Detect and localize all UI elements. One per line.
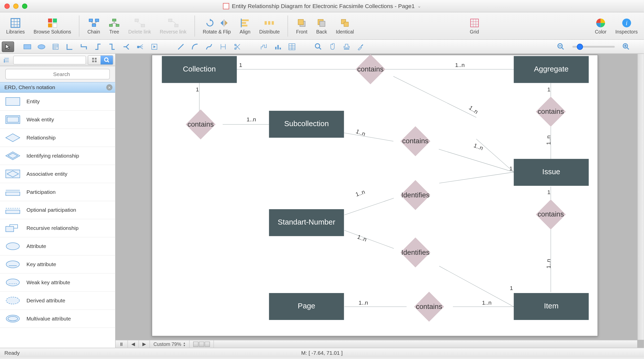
timeline-tool[interactable] [258,41,270,52]
connector-step-tool[interactable] [78,41,90,52]
spline-tool[interactable] [203,41,215,52]
libraries-button[interactable]: Libraries [4,17,27,35]
list-item[interactable]: Identifying relationship [0,147,115,165]
entity-box[interactable]: Item [514,293,589,320]
status-mouse-position: M: [ -7.64, 71.01 ] [301,350,343,356]
relationship-diamond[interactable]: contains [186,110,216,139]
layer-buttons[interactable] [190,340,214,348]
relationship-diamond[interactable]: contains [536,199,566,229]
back-button[interactable]: Back [313,17,330,35]
browse-solutions-button[interactable]: Browse Solutions [31,17,74,35]
svg-line-130 [476,139,514,172]
rectangle-tool[interactable] [21,41,33,52]
entity-box[interactable]: Subcollection [269,111,344,138]
diagram-page[interactable]: Collection Aggregate Subcollection Issue… [152,55,598,336]
color-button[interactable]: Color [592,17,609,35]
list-item[interactable]: Weak entity [0,111,115,129]
search-view-button[interactable] [101,55,113,64]
pointer-tool[interactable] [2,41,14,52]
inspectors-icon: i [621,17,632,28]
pause-button[interactable]: ⏸ [115,340,128,348]
zoom-in-button[interactable] [620,41,632,52]
multivalue-attribute-icon [5,313,21,325]
chart-tool[interactable] [272,41,284,52]
next-page-button[interactable]: ▶ [139,340,150,348]
tree-view-icon[interactable] [2,54,12,65]
maximize-button[interactable] [22,3,27,9]
list-item[interactable]: Relationship [0,129,115,147]
relationship-diamond[interactable]: Identifies [400,237,430,267]
grid-view-button[interactable] [88,55,101,64]
weak-entity-icon [5,114,21,125]
zoom-slider-thumb[interactable] [577,44,583,50]
relationship-diamond[interactable]: contains [414,292,444,322]
relationship-diamond[interactable]: Identifies [400,180,430,210]
tree-button[interactable]: Tree [106,17,122,35]
inspectors-label: Inspectors [615,29,638,34]
identical-button[interactable]: Identical [333,17,356,35]
connector-many-tool[interactable] [134,41,146,52]
weak-key-attribute-icon [5,277,21,288]
align-button[interactable]: Align [237,17,253,35]
chain-button[interactable]: Chain [85,17,103,35]
entity-box[interactable]: Aggregate [514,56,589,83]
connector-zigzag-tool[interactable] [106,41,118,52]
list-item[interactable]: Entity [0,93,115,111]
connector-l-tool[interactable] [63,41,76,52]
insert-tool[interactable] [148,41,160,52]
stamp-tool[interactable] [340,41,353,52]
list-item[interactable]: Multivalue attribute [0,310,115,328]
distribute-button[interactable]: Distribute [257,17,282,35]
close-button[interactable] [5,3,10,9]
relationship-diamond[interactable]: contains [536,97,566,127]
arc-tool[interactable] [189,41,201,52]
connector-split-tool[interactable] [120,41,132,52]
table-tool[interactable] [286,41,298,52]
list-item[interactable]: Optional participation [0,201,115,219]
list-item[interactable]: Key attribute [0,256,115,274]
canvas-area[interactable]: Collection Aggregate Subcollection Issue… [115,54,644,348]
list-item[interactable]: Recursive relationship [0,219,115,237]
entity-box[interactable]: Collection [162,56,237,83]
connector-elbow-tool[interactable] [92,41,104,52]
prev-page-button[interactable]: ◀ [128,340,139,348]
chevron-down-icon[interactable]: ⌄ [417,4,421,8]
zoom-out-button[interactable] [555,41,567,52]
list-item-label: Attribute [26,243,46,249]
list-item[interactable]: Associative entity [0,165,115,183]
vertical-scrollbar[interactable] [637,54,644,340]
entity-box[interactable]: Standart-Number [269,209,344,236]
library-search-input[interactable] [5,69,110,79]
eyedropper-tool[interactable] [354,41,367,52]
minimize-button[interactable] [13,3,19,9]
zoom-level[interactable]: Custom 79%▲▼ [150,340,190,348]
list-item[interactable]: Participation [0,183,115,201]
zoom-slider[interactable] [572,46,615,47]
zoom-tool[interactable] [312,41,325,52]
text-tool[interactable] [49,41,62,52]
dimension-tool[interactable] [217,41,229,52]
list-item[interactable]: Weak key attribute [0,274,115,292]
cardinality-label: 1..n [355,128,366,137]
svg-line-58 [126,44,129,47]
relationship-diamond[interactable]: contains [355,54,385,84]
library-path-input[interactable] [13,55,86,64]
inspectors-button[interactable]: i Inspectors [613,17,640,35]
hand-tool[interactable] [326,41,339,52]
library-category[interactable]: ERD, Chen's notation × [0,82,115,93]
entity-box[interactable]: Issue [514,159,589,186]
rotate-flip-button[interactable]: Rotate & Flip [200,17,234,35]
trim-tool[interactable] [231,41,244,52]
front-button[interactable]: Front [293,17,310,35]
close-icon[interactable]: × [106,84,112,91]
zoom-stepper[interactable]: ▲▼ [183,341,185,347]
list-item[interactable]: Derived attribute [0,292,115,310]
list-item[interactable]: Attribute [0,237,115,256]
grid-button[interactable]: Grid [466,17,482,35]
relationship-diamond[interactable]: contains [400,126,430,156]
ellipse-tool[interactable] [35,41,48,52]
entity-box[interactable]: Page [269,293,344,320]
svg-rect-30 [242,22,246,24]
line-tool[interactable] [175,41,187,52]
shape-list[interactable]: Entity Weak entity Relationship Identify… [0,93,115,348]
